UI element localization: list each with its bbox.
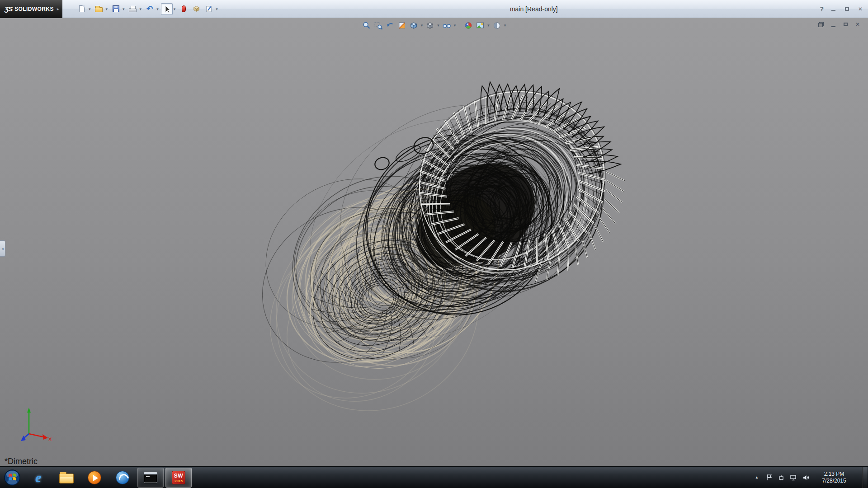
new-document-button[interactable] [76,3,88,15]
taskbar-command-prompt[interactable] [137,468,164,488]
view-orientation-button[interactable] [409,20,419,30]
volume-button[interactable] [802,473,809,482]
zoom-to-fit-button[interactable] [362,20,372,30]
zoom-to-area-icon [374,21,382,30]
previous-view-button[interactable] [385,20,395,30]
print-caret[interactable]: ▾ [140,7,142,11]
feature-panel-expand-tab[interactable]: ◂ [0,240,5,257]
titlebar: ƷS SOLIDWORKS ▸ ▾ ▾ ▾ ▾ ↶ ▾ ▾ [0,0,868,18]
volume-icon [802,474,809,481]
solidworks-logo-text: SOLIDWORKS [14,6,54,12]
restore-document-button[interactable] [841,21,849,28]
start-button[interactable] [0,467,24,488]
restore-window-button[interactable] [843,5,851,13]
section-view-icon [397,21,406,30]
pointer-arrow-icon [163,5,171,13]
restore-document-icon [844,23,848,26]
minimize-document-button[interactable] [829,21,837,28]
command-prompt-icon [144,472,157,483]
apply-scene-caret[interactable]: ▾ [487,23,490,28]
previous-view-icon [386,21,394,30]
minimize-icon [831,10,835,11]
new-document-caret[interactable]: ▾ [89,7,91,11]
taskbar-messenger[interactable] [109,468,136,488]
taskbar-internet-explorer[interactable]: e [25,468,52,488]
open-button[interactable] [93,3,105,15]
clock-time: 2:13 PM [814,471,854,478]
new-document-icon [79,5,85,12]
solidworks-icon-year: 2015 [172,479,185,483]
action-center-flag-button[interactable] [765,473,773,482]
cascade-document-button[interactable] [817,21,825,28]
close-document-button[interactable]: ✕ [854,21,862,28]
close-window-button[interactable]: ✕ [856,5,864,13]
rebuild-button[interactable] [178,3,189,15]
section-view-button[interactable] [397,20,407,30]
main-toolbar: ▾ ▾ ▾ ▾ ↶ ▾ ▾ [76,3,219,15]
toolbar-expand-chevron-icon[interactable]: ▸ [57,6,59,11]
view-orientation-label: *Dimetric [5,457,38,466]
view-orientation-caret[interactable]: ▾ [421,23,423,28]
solidworks-app-icon: SW 2015 [172,471,185,484]
triad-y-arrowhead [27,408,31,413]
select-pointer-caret[interactable]: ▾ [174,7,176,11]
help-button[interactable]: ? [820,5,824,13]
edit-appearance-button[interactable] [463,20,473,30]
taskbar-solidworks[interactable]: SW 2015 [165,468,192,488]
make-drawing-button[interactable] [190,3,202,15]
sketch-button[interactable] [203,3,215,15]
print-button[interactable] [127,3,139,15]
graphics-viewport[interactable]: ▾ ▾ ▾ [0,18,868,466]
open-folder-icon [95,7,103,12]
view-settings-button[interactable] [492,20,502,30]
minimize-document-icon [831,26,835,27]
undo-button[interactable]: ↶ [144,3,156,15]
minimize-window-button[interactable] [829,5,837,13]
solidworks-icon-text: SW [172,473,185,479]
taskbar-clock[interactable]: 2:13 PM 7/28/2015 [814,471,854,484]
window-title: main [Read-only] [510,0,558,18]
save-button[interactable] [110,3,122,15]
show-desktop-button[interactable] [862,467,867,488]
apply-scene-button[interactable] [475,20,485,30]
restore-icon [845,7,849,11]
file-explorer-folder-icon [59,474,74,483]
edit-appearance-ball-icon [464,21,473,30]
save-caret[interactable]: ▾ [123,7,125,11]
removable-device-button[interactable] [778,473,785,482]
select-pointer-button[interactable] [161,3,173,15]
undo-icon: ↶ [146,5,153,13]
zoom-to-area-button[interactable] [373,20,383,30]
headsup-view-toolbar: ▾ ▾ ▾ [362,20,507,30]
open-caret[interactable]: ▾ [106,7,108,11]
view-settings-caret[interactable]: ▾ [504,23,506,28]
hide-show-items-caret[interactable]: ▾ [454,23,456,28]
taskbar: e SW 2015 ▲ [0,466,868,488]
taskbar-file-explorer[interactable] [53,468,80,488]
sketch-pencil-icon [205,5,213,13]
display-style-caret[interactable]: ▾ [437,23,439,28]
solidworks-logo: ƷS SOLIDWORKS ▸ [0,0,62,18]
document-window-controls: ✕ [817,21,862,28]
network-button[interactable] [790,473,797,482]
display-style-button[interactable] [425,20,435,30]
clock-date: 7/28/2015 [814,478,854,484]
view-settings-icon [492,21,501,30]
cascade-windows-icon [818,22,824,27]
hidden-icons-button[interactable]: ▲ [753,473,760,482]
triad-x-axis [29,434,43,437]
titlebar-controls: ? ✕ [820,0,864,18]
hide-show-items-button[interactable] [442,20,452,30]
sketch-caret[interactable]: ▾ [216,7,218,11]
solidworks-logo-icon: ƷS [5,5,12,13]
taskbar-media-player[interactable] [81,468,108,488]
rebuild-icon [182,5,186,12]
apply-scene-icon [476,21,485,30]
windows-start-orb-icon [4,469,21,486]
network-icon [790,474,797,481]
undo-caret[interactable]: ▾ [156,7,159,11]
internet-explorer-icon: e [35,471,41,484]
engine-wireframe-model [0,18,868,466]
triad-x-label: X [48,436,52,442]
reference-triad: X [10,406,53,446]
